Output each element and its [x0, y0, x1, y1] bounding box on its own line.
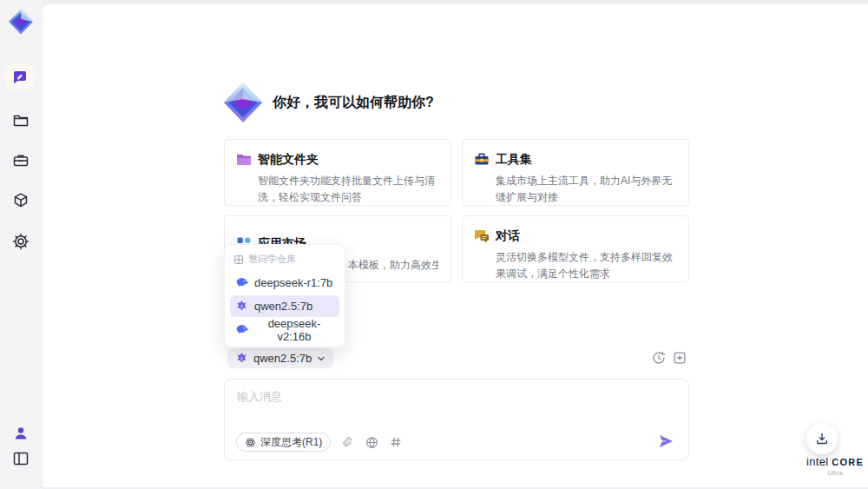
toolbox-icon — [12, 152, 30, 169]
intel-wordmark: intel — [806, 455, 828, 468]
model-repository-label: 慧问学仓库 — [230, 249, 339, 270]
sidebar — [0, 0, 42, 489]
cube-icon — [12, 192, 30, 209]
panel-icon — [12, 450, 30, 467]
sidebar-item-panel-toggle[interactable] — [12, 450, 30, 467]
greeting-logo-icon — [222, 82, 264, 123]
new-chat-icon — [673, 351, 687, 365]
message-input[interactable]: 输入消息 — [225, 380, 688, 414]
folder-icon — [12, 112, 30, 129]
deepseek-whale-icon — [235, 276, 248, 289]
app-logo-icon — [8, 9, 34, 35]
sidebar-item-models[interactable] — [12, 192, 30, 209]
card-dialogue[interactable]: 对话 灵活切换多模型文件，支持多样回复效果调试，满足个性化需求 — [462, 215, 689, 282]
history-icon — [652, 351, 666, 365]
deep-think-toggle[interactable]: 深度思考(R1) — [236, 433, 331, 452]
web-search-button[interactable] — [365, 435, 379, 449]
card-description: 灵活切换多模型文件，支持多样回复效果调试，满足个性化需求 — [496, 249, 676, 281]
toolbox-color-icon — [473, 151, 490, 169]
card-title: 智能文件夹 — [258, 152, 319, 168]
dropdown-item-deepseek-v2[interactable]: deepseek-v2:16b — [230, 319, 339, 340]
model-selector-value: qwen2.5:7b — [253, 352, 312, 365]
card-title: 工具集 — [496, 152, 532, 168]
card-toolset[interactable]: 工具集 集成市场上主流工具，助力AI与外界无缝扩展与对接 — [462, 139, 689, 206]
sidebar-item-settings[interactable] — [11, 232, 30, 251]
chat-icon — [12, 69, 28, 85]
send-icon — [657, 433, 674, 450]
purple-folder-icon — [235, 151, 253, 169]
account-icon — [13, 426, 29, 441]
card-description-partial: 本模板，助力高效生成多 — [348, 257, 438, 274]
dropdown-item-deepseek-r1[interactable]: deepseek-r1:7b — [230, 272, 339, 294]
card-description: 集成市场上主流工具，助力AI与外界无缝扩展与对接 — [496, 173, 676, 205]
attach-file-button[interactable] — [341, 435, 355, 449]
history-button[interactable] — [652, 351, 666, 365]
sidebar-item-chat[interactable] — [5, 64, 35, 90]
chevron-down-icon — [317, 354, 326, 363]
ultra-wordmark: Ultra — [799, 469, 868, 477]
send-button[interactable] — [657, 433, 674, 450]
paperclip-icon — [341, 436, 354, 449]
hash-icon — [390, 436, 402, 448]
core-wordmark: CORE — [832, 457, 864, 467]
sidebar-item-folders[interactable] — [12, 112, 30, 129]
message-input-box: 输入消息 深度思考(R1) — [224, 379, 689, 460]
atom-icon — [245, 437, 256, 448]
globe-icon — [365, 436, 378, 449]
gear-icon — [11, 232, 30, 251]
sidebar-item-toolbox[interactable] — [12, 152, 30, 169]
prompt-library-button[interactable] — [390, 435, 404, 449]
download-fab[interactable] — [806, 423, 838, 454]
deep-think-label: 深度思考(R1) — [260, 435, 322, 450]
download-icon — [815, 432, 829, 446]
card-title: 对话 — [496, 228, 520, 244]
model-dropdown-menu: 慧问学仓库 deepseek-r1:7b qwen2.5:7b deepseek… — [224, 244, 345, 347]
sidebar-item-account[interactable] — [13, 426, 29, 441]
card-smart-folder[interactable]: 智能文件夹 智能文件夹功能支持批量文件上传与清洗，轻松实现文件问答 — [224, 139, 451, 206]
greeting: 你好，我可以如何帮助你? — [222, 82, 434, 123]
deepseek-whale-icon — [235, 323, 248, 336]
qwen-icon — [235, 352, 248, 365]
greeting-text: 你好，我可以如何帮助你? — [273, 94, 434, 112]
qwen-icon — [235, 300, 248, 313]
chat-bubbles-icon — [473, 228, 490, 245]
dropdown-item-qwen[interactable]: qwen2.5:7b — [230, 295, 339, 317]
app-logo — [8, 9, 34, 35]
card-description: 智能文件夹功能支持批量文件上传与清洗，轻松实现文件问答 — [258, 173, 438, 205]
new-chat-button[interactable] — [673, 351, 687, 365]
intel-core-badge: intel CORE Ultra — [799, 455, 868, 477]
input-toolbar: 深度思考(R1) — [236, 433, 404, 452]
repository-icon — [233, 254, 244, 265]
model-selector[interactable]: qwen2.5:7b — [227, 348, 333, 368]
